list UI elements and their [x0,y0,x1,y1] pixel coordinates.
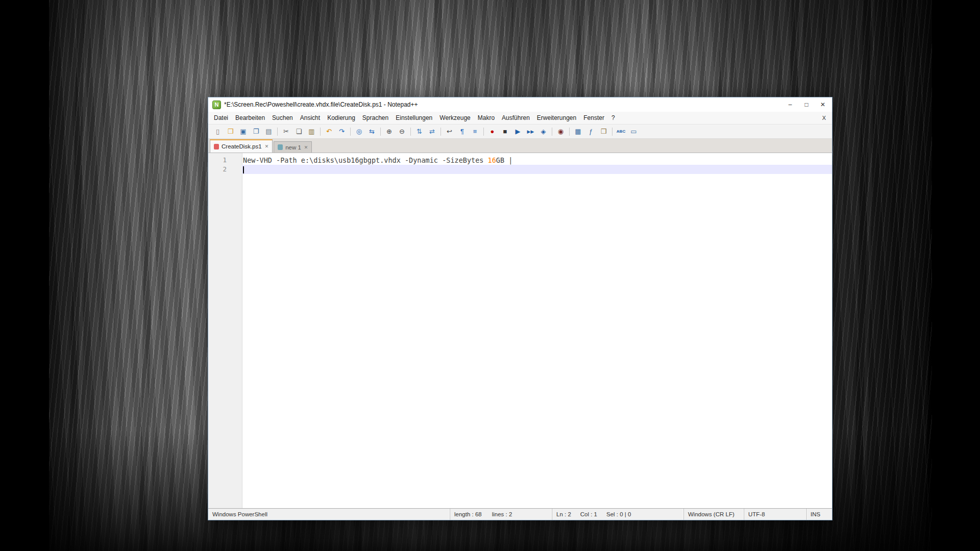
editor[interactable]: 1New-VHD -Path e:\disks\usb16gbgpt.vhdx … [208,153,832,508]
lines-label: lines : 2 [492,511,512,517]
print-icon[interactable]: ▤ [263,126,275,137]
tab-document-icon [214,144,219,149]
tab-bar: CreateDisk.ps1✕new 1✕ [208,139,832,153]
monitoring-eye-icon[interactable]: ◉ [555,126,567,137]
macro-save-icon[interactable]: ◈ [537,126,549,137]
title-bar[interactable]: N *E:\Screen.Rec\Poweshell\create.vhdx.f… [208,97,832,112]
toolbar-separator [350,128,351,136]
doc-type-label: Windows PowerShell [212,511,267,517]
new-file-icon[interactable]: ▯ [212,126,224,137]
line-position-label: Ln : 2 [556,511,571,517]
save-icon[interactable]: ▣ [237,126,249,137]
zoom-out-icon[interactable]: ⊖ [396,126,408,137]
sync-horizontal-icon[interactable]: ⇄ [426,126,438,137]
line-number: 1 [208,156,242,165]
toolbar-separator [410,128,411,136]
minimize-button[interactable]: – [782,97,798,112]
menu-item--[interactable]: ? [608,112,619,124]
spell-check-icon[interactable]: ABC [615,126,627,137]
word-wrap-icon[interactable]: ↩ [444,126,455,137]
macro-record-icon[interactable]: ● [486,126,498,137]
encoding-label: UTF-8 [748,511,765,517]
menu-close-x[interactable]: X [816,115,832,121]
tab-label: CreateDisk.ps1 [222,143,262,149]
maximize-button[interactable]: □ [798,97,815,112]
toolbar-separator [612,128,612,136]
toolbar-separator [380,128,381,136]
menu-item-kodierung[interactable]: Kodierung [324,112,359,124]
code-line-1[interactable]: 1New-VHD -Path e:\disks\usb16gbgpt.vhdx … [208,156,832,165]
menu-item-datei[interactable]: Datei [210,112,232,124]
selection-label: Sel : 0 | 0 [606,511,631,517]
macro-play-icon[interactable]: ▶ [512,126,524,137]
redo-icon[interactable]: ↷ [336,126,348,137]
column-position-label: Col : 1 [580,511,597,517]
notepadpp-app-icon: N [212,101,221,109]
tab-createdisk-ps1[interactable]: CreateDisk.ps1✕ [210,139,273,153]
macro-stop-icon[interactable]: ■ [499,126,511,137]
zoom-in-icon[interactable]: ⊕ [383,126,395,137]
tab-close-icon[interactable]: ✕ [304,145,308,150]
statusbar-insert-mode[interactable]: INS [806,509,832,520]
tab-document-icon [278,144,283,150]
eol-label: Windows (CR LF) [688,511,734,517]
toolbar-separator [277,128,278,136]
menu-item-ausf-hren[interactable]: Ausführen [498,112,533,124]
close-button[interactable]: ✕ [815,97,831,112]
statusbar-cursor-position: Ln : 2 Col : 1 Sel : 0 | 0 [552,509,684,520]
indent-guide-icon[interactable]: ≡ [469,126,481,137]
code-line-2[interactable]: 2 [208,165,832,174]
menu-bar: DateiBearbeitenSuchenAnsichtKodierungSpr… [208,112,832,124]
toolbar-separator [569,128,570,136]
toolbar-separator [552,128,552,136]
macro-run-multiple-icon[interactable]: ▶▶ [525,126,536,137]
tab-close-icon[interactable]: ✕ [265,144,269,149]
statusbar-encoding[interactable]: UTF-8 [744,509,806,520]
show-all-chars-icon[interactable]: ¶ [456,126,468,137]
find-icon[interactable]: ◎ [353,126,365,137]
open-icon[interactable]: ❒ [225,126,236,137]
menu-item-ansicht[interactable]: Ansicht [297,112,324,124]
notepadpp-window: N *E:\Screen.Rec\Poweshell\create.vhdx.f… [208,97,832,520]
folder-workspace-icon[interactable]: ❒ [598,126,609,137]
menu-item-einstellungen[interactable]: Einstellungen [392,112,436,124]
statusbar-length-lines: length : 68 lines : 2 [450,509,552,520]
desktop: N *E:\Screen.Rec\Poweshell\create.vhdx.f… [0,0,980,551]
code-area[interactable]: 1New-VHD -Path e:\disks\usb16gbgpt.vhdx … [208,153,832,174]
sync-vertical-icon[interactable]: ⇅ [413,126,425,137]
menu-item-erweiterungen[interactable]: Erweiterungen [533,112,580,124]
length-label: length : 68 [454,511,482,517]
function-list-icon[interactable]: ƒ [585,126,597,137]
toolbar-separator [320,128,321,136]
save-all-icon[interactable]: ❐ [250,126,262,137]
line-number: 2 [208,165,242,174]
code-segment: 16 [488,156,496,164]
replace-icon[interactable]: ⇆ [366,126,378,137]
undo-icon[interactable]: ↶ [323,126,335,137]
tab-new-1[interactable]: new 1✕ [274,141,312,153]
line-content: New-VHD -Path e:\disks\usb16gbgpt.vhdx -… [242,156,832,165]
statusbar-eol-format[interactable]: Windows (CR LF) [684,509,744,520]
code-segment: New-VHD -Path e:\disks\usb16gbgpt.vhdx -… [243,156,488,164]
window-title: *E:\Screen.Rec\Poweshell\create.vhdx.fil… [224,101,418,108]
monitor-icon[interactable]: ▭ [628,126,640,137]
tab-label: new 1 [285,144,301,151]
toolbar: ▯❒▣❐▤✂❏▥↶↷◎⇆⊕⊖⇅⇄↩¶≡●■▶▶▶◈◉▦ƒ❒ABC▭ [208,124,832,139]
toolbar-separator [483,128,484,136]
line-number-gutter [208,153,242,508]
menu-item-sprachen[interactable]: Sprachen [359,112,392,124]
copy-icon[interactable]: ❏ [293,126,305,137]
menu-item-makro[interactable]: Makro [474,112,498,124]
menu-item-werkzeuge[interactable]: Werkzeuge [436,112,474,124]
code-segment: GB | [496,156,513,164]
statusbar-doc-type: Windows PowerShell [208,509,450,520]
menu-item-bearbeiten[interactable]: Bearbeiten [232,112,268,124]
cut-icon[interactable]: ✂ [280,126,292,137]
line-content [242,165,832,174]
menu-item-fenster[interactable]: Fenster [580,112,608,124]
paste-icon[interactable]: ▥ [306,126,317,137]
document-map-icon[interactable]: ▦ [572,126,584,137]
menu-item-suchen[interactable]: Suchen [268,112,297,124]
status-bar: Windows PowerShell length : 68 lines : 2… [208,508,832,520]
insert-mode-label: INS [811,511,820,517]
